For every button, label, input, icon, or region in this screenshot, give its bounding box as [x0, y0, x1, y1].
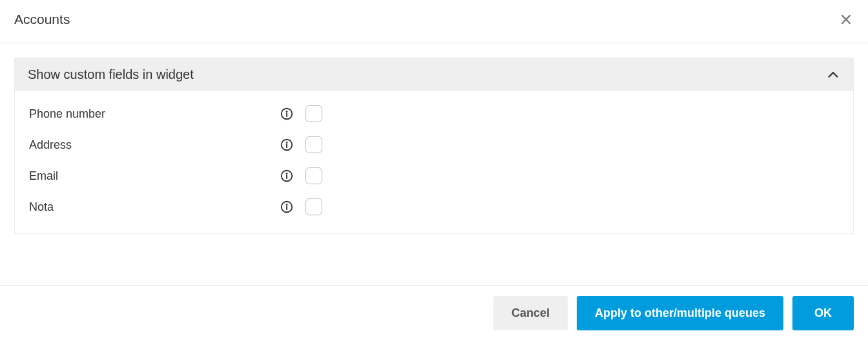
cancel-button[interactable]: Cancel: [493, 296, 568, 330]
info-icon[interactable]: [280, 200, 294, 214]
field-row-nota: Nota: [29, 198, 839, 215]
section-header[interactable]: Show custom fields in widget: [15, 58, 853, 91]
section-title: Show custom fields in widget: [28, 67, 194, 82]
modal-body: Show custom fields in widget Phone numbe…: [0, 43, 868, 285]
svg-point-9: [286, 173, 287, 174]
info-icon[interactable]: [280, 107, 294, 121]
field-row-email: Email: [29, 167, 839, 184]
field-label: Phone number: [29, 107, 280, 121]
field-label: Address: [29, 138, 280, 152]
modal-header: Accounts: [0, 0, 868, 43]
section-body: Phone number Address: [15, 91, 853, 233]
accounts-modal: Accounts Show custom fields in widget Ph…: [0, 0, 868, 342]
field-row-address: Address: [29, 136, 839, 153]
checkbox-phone-number[interactable]: [305, 105, 322, 122]
field-label: Email: [29, 169, 280, 183]
ok-button[interactable]: OK: [792, 296, 854, 330]
svg-point-6: [286, 142, 287, 143]
modal-footer: Cancel Apply to other/multiple queues OK: [0, 285, 868, 342]
modal-title: Accounts: [14, 12, 70, 27]
close-icon: [840, 13, 852, 26]
chevron-up-icon: [826, 68, 840, 82]
svg-point-12: [286, 204, 287, 205]
field-label: Nota: [29, 200, 280, 214]
custom-fields-section: Show custom fields in widget Phone numbe…: [14, 58, 854, 234]
field-row-phone-number: Phone number: [29, 105, 839, 122]
svg-point-3: [286, 111, 287, 112]
apply-button[interactable]: Apply to other/multiple queues: [577, 296, 783, 330]
checkbox-nota[interactable]: [305, 198, 322, 215]
info-icon[interactable]: [280, 169, 294, 183]
checkbox-email[interactable]: [305, 167, 322, 184]
info-icon[interactable]: [280, 138, 294, 152]
checkbox-address[interactable]: [305, 136, 322, 153]
close-button[interactable]: [838, 12, 854, 27]
